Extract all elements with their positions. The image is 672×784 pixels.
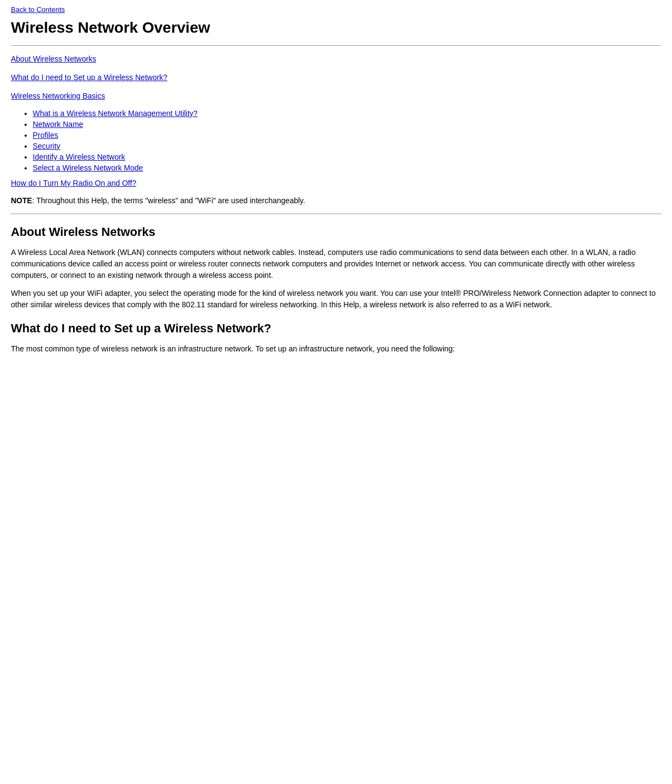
setup-heading: What do I need to Set up a Wireless Netw…: [11, 321, 661, 336]
toc-link-security[interactable]: Security: [33, 142, 60, 150]
about-paragraph-1: A Wireless Local Area Network (WLAN) con…: [11, 247, 661, 281]
page-title: Wireless Network Overview: [11, 19, 661, 37]
list-item: Profiles: [33, 131, 661, 139]
list-item: What is a Wireless Network Management Ut…: [33, 109, 661, 118]
note-section: NOTE: Throughout this Help, the terms "w…: [11, 196, 661, 205]
toc-link-networkname[interactable]: Network Name: [33, 120, 83, 129]
setup-paragraph-1: The most common type of wireless network…: [11, 343, 661, 355]
toc-link-basics[interactable]: Wireless Networking Basics: [11, 92, 661, 100]
toc-link-identify[interactable]: Identify a Wireless Network: [33, 153, 125, 161]
divider-bottom: [11, 214, 661, 214]
how-to-radio-link[interactable]: How do I Turn My Radio On and Off?: [11, 179, 661, 187]
divider-top: [11, 45, 661, 46]
toc-top-links: About Wireless Networks What do I need t…: [11, 54, 661, 100]
list-item: Network Name: [33, 120, 661, 129]
toc-link-setup[interactable]: What do I need to Set up a Wireless Netw…: [11, 73, 661, 82]
about-paragraph-2: When you set up your WiFi adapter, you s…: [11, 288, 661, 311]
toc-link-profiles[interactable]: Profiles: [33, 131, 58, 139]
about-heading: About Wireless Networks: [11, 225, 661, 239]
note-text: : Throughout this Help, the terms "wirel…: [32, 196, 305, 205]
toc-link-about[interactable]: About Wireless Networks: [11, 54, 661, 63]
note-label: NOTE: [11, 196, 32, 205]
toc-link-selectmode[interactable]: Select a Wireless Network Mode: [33, 163, 143, 172]
list-item: Security: [33, 142, 661, 150]
toc-sub-list: What is a Wireless Network Management Ut…: [33, 109, 661, 172]
back-to-contents-link[interactable]: Back to Contents: [11, 5, 661, 14]
list-item: Select a Wireless Network Mode: [33, 163, 661, 172]
list-item: Identify a Wireless Network: [33, 153, 661, 161]
toc-link-utility[interactable]: What is a Wireless Network Management Ut…: [33, 109, 198, 118]
